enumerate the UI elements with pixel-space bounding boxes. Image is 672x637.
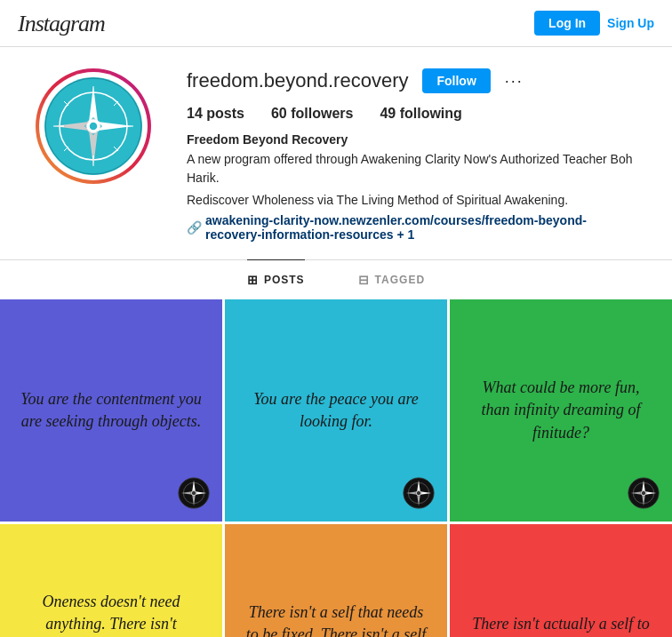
post-compass-icon bbox=[403, 477, 435, 509]
tab-posts-label: POSTS bbox=[264, 274, 305, 286]
profile-bio-line1: A new program offered through Awakening … bbox=[187, 150, 636, 187]
post-compass-icon bbox=[628, 477, 660, 509]
grid-icon: ⊞ bbox=[247, 273, 259, 287]
profile-link-anchor[interactable]: awakening-clarity-now.newzenler.com/cour… bbox=[205, 213, 636, 242]
profile-stats: 14 posts 60 followers 49 following bbox=[187, 106, 636, 122]
svg-point-26 bbox=[191, 490, 196, 495]
profile-display-name: Freedom Beyond Recovery bbox=[187, 132, 636, 147]
link-icon: 🔗 bbox=[187, 220, 202, 235]
grid-post[interactable]: You are the peace you are looking for. bbox=[225, 299, 447, 522]
tab-posts[interactable]: ⊞ POSTS bbox=[247, 259, 305, 299]
posts-stat: 14 posts bbox=[187, 106, 244, 122]
followers-stat: 60 followers bbox=[271, 106, 353, 122]
avatar-compass-svg bbox=[44, 77, 142, 175]
grid-post[interactable]: There isn't a self that needs to be fixe… bbox=[225, 524, 447, 637]
profile-info: freedom.beyond.recovery Follow ··· 14 po… bbox=[187, 68, 636, 242]
profile-header-row: freedom.beyond.recovery Follow ··· bbox=[187, 68, 636, 93]
profile-username: freedom.beyond.recovery bbox=[187, 69, 408, 92]
login-button[interactable]: Log In bbox=[534, 11, 600, 36]
post-text: There isn't actually a self to soothe. bbox=[468, 613, 654, 637]
post-text: You are the contentment you are seeking … bbox=[18, 388, 204, 433]
instagram-logo: Instagram bbox=[18, 9, 105, 37]
grid-post[interactable]: You are the contentment you are seeking … bbox=[0, 299, 222, 522]
profile-bio-line2: Rediscover Wholeness via The Living Meth… bbox=[187, 191, 636, 210]
tabs-container: ⊞ POSTS ⊟ TAGGED bbox=[0, 259, 672, 299]
post-compass-icon bbox=[178, 477, 210, 509]
post-text: Oneness doesn't need anything. There isn… bbox=[18, 591, 204, 637]
follow-button[interactable]: Follow bbox=[422, 68, 490, 93]
grid-post[interactable]: Oneness doesn't need anything. There isn… bbox=[0, 524, 222, 637]
more-button[interactable]: ··· bbox=[505, 72, 524, 91]
avatar-container bbox=[36, 68, 151, 184]
svg-point-33 bbox=[416, 490, 420, 495]
grid-post[interactable]: There isn't actually a self to soothe. bbox=[450, 524, 672, 637]
post-text: There isn't a self that needs to be fixe… bbox=[243, 601, 429, 637]
grid-post[interactable]: What could be more fun, than infinity dr… bbox=[450, 299, 672, 522]
avatar-inner bbox=[39, 72, 148, 180]
navbar: Instagram Log In Sign Up bbox=[0, 0, 672, 47]
avatar bbox=[44, 77, 142, 175]
profile-section: freedom.beyond.recovery Follow ··· 14 po… bbox=[0, 47, 672, 259]
navbar-actions: Log In Sign Up bbox=[534, 11, 654, 36]
svg-point-15 bbox=[89, 122, 98, 131]
svg-point-40 bbox=[641, 490, 645, 495]
signup-button[interactable]: Sign Up bbox=[607, 16, 654, 30]
posts-grid: You are the contentment you are seeking … bbox=[0, 299, 672, 637]
tag-icon: ⊟ bbox=[358, 273, 370, 287]
following-stat: 49 following bbox=[380, 106, 461, 122]
post-text: What could be more fun, than infinity dr… bbox=[468, 377, 654, 444]
profile-link[interactable]: 🔗 awakening-clarity-now.newzenler.com/co… bbox=[187, 213, 636, 242]
tab-tagged-label: TAGGED bbox=[375, 274, 425, 286]
tab-tagged[interactable]: ⊟ TAGGED bbox=[358, 259, 425, 299]
post-text: You are the peace you are looking for. bbox=[243, 388, 429, 433]
